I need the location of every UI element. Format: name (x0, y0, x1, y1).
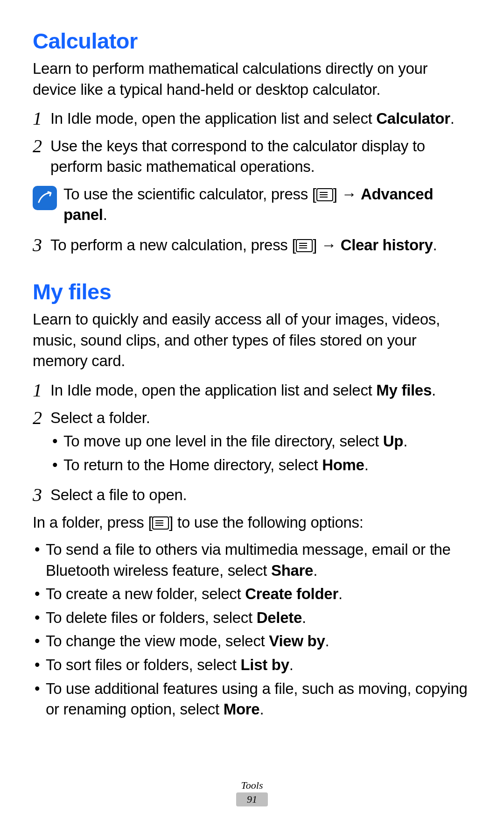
calculator-heading: Calculator (33, 28, 471, 54)
mf-step-2: 2 Select a folder. To move up one level … (33, 408, 471, 479)
opt-pre: To sort files or folders, select (46, 656, 240, 673)
option-item: To sort files or folders, select List by… (33, 655, 471, 676)
sub-item: To return to the Home directory, select … (50, 455, 471, 476)
myfiles-steps: 1 In Idle mode, open the application lis… (33, 380, 471, 506)
post-pre: In a folder, press [ (33, 514, 152, 531)
step-number: 2 (33, 409, 50, 427)
opt-pre: To send a file to others via multimedia … (46, 541, 451, 579)
calculator-steps-cont: 3 To perform a new calculation, press []… (33, 235, 471, 256)
step-text: In Idle mode, open the application list … (50, 108, 471, 129)
sub-post: . (403, 432, 407, 450)
opt-bold: List by (240, 656, 289, 673)
calculator-note: To use the scientific calculator, press … (33, 184, 471, 226)
step-text-post: . (450, 110, 455, 127)
page-footer: Tools 91 (0, 779, 504, 806)
step-text-bold: Calculator (376, 110, 450, 127)
calc-step-1: 1 In Idle mode, open the application lis… (33, 108, 471, 129)
calc-step-2: 2 Use the keys that correspond to the ca… (33, 136, 471, 177)
step-number: 3 (33, 486, 50, 504)
step-post: . (432, 382, 436, 399)
step-text-pre: In Idle mode, open the application list … (50, 110, 376, 127)
step-number: 1 (33, 109, 50, 128)
myfiles-options: To send a file to others via multimedia … (33, 539, 471, 720)
note-post: . (103, 206, 107, 223)
opt-bold: View by (269, 632, 325, 650)
mf-step-2-sub: To move up one level in the file directo… (50, 431, 471, 475)
opt-bold: Create folder (245, 585, 338, 602)
calculator-steps: 1 In Idle mode, open the application lis… (33, 108, 471, 177)
sub-pre: To move up one level in the file directo… (63, 432, 383, 450)
mf-step-1: 1 In Idle mode, open the application lis… (33, 380, 471, 401)
step-number: 1 (33, 381, 50, 400)
section-gap (33, 262, 471, 279)
step-bold: Clear history (341, 236, 433, 254)
sub-bold: Home (322, 456, 364, 474)
manual-page: Calculator Learn to perform mathematical… (0, 0, 504, 827)
step-text: Use the keys that correspond to the calc… (50, 136, 471, 177)
note-mid: ] → (333, 185, 361, 203)
step-main: Select a folder. (50, 409, 150, 426)
option-item: To use additional features using a file,… (33, 679, 471, 720)
opt-post: . (289, 656, 294, 673)
myfiles-intro: Learn to quickly and easily access all o… (33, 309, 471, 372)
menu-icon (316, 186, 333, 199)
sub-pre: To return to the Home directory, select (63, 456, 322, 474)
opt-bold: Share (271, 562, 313, 579)
post-post: ] to use the following options: (169, 514, 363, 531)
step-number: 2 (33, 137, 50, 156)
opt-post: . (259, 700, 264, 718)
note-text: To use the scientific calculator, press … (63, 184, 471, 226)
step-text: To perform a new calculation, press [] →… (50, 235, 471, 256)
calc-step-3: 3 To perform a new calculation, press []… (33, 235, 471, 256)
opt-post: . (325, 632, 329, 650)
sub-bold: Up (383, 432, 403, 450)
note-icon-wrap (33, 186, 57, 210)
step-pre: To perform a new calculation, press [ (50, 236, 296, 254)
footer-page-number: 91 (236, 792, 268, 806)
opt-post: . (338, 585, 343, 602)
opt-pre: To create a new folder, select (46, 585, 245, 602)
step-text: Select a file to open. (50, 485, 471, 506)
step-number: 3 (33, 236, 50, 254)
opt-bold: More (224, 700, 260, 718)
calculator-intro: Learn to perform mathematical calculatio… (33, 58, 471, 100)
menu-icon (152, 514, 169, 527)
option-item: To change the view mode, select View by. (33, 631, 471, 652)
option-item: To create a new folder, select Create fo… (33, 584, 471, 605)
footer-section-label: Tools (0, 779, 504, 792)
opt-bold: Delete (257, 609, 302, 626)
mf-step-3: 3 Select a file to open. (33, 485, 471, 506)
opt-pre: To change the view mode, select (46, 632, 269, 650)
menu-icon (296, 237, 313, 250)
opt-post: . (302, 609, 306, 626)
step-pre: In Idle mode, open the application list … (50, 382, 376, 399)
note-pre: To use the scientific calculator, press … (63, 185, 316, 203)
myfiles-after-steps: In a folder, press [] to use the followi… (33, 512, 471, 533)
sub-post: . (364, 456, 369, 474)
opt-post: . (313, 562, 317, 579)
note-icon (33, 186, 57, 210)
opt-pre: To delete files or folders, select (46, 609, 257, 626)
step-mid: ] → (313, 236, 340, 254)
option-item: To send a file to others via multimedia … (33, 539, 471, 581)
step-post: . (433, 236, 437, 254)
option-item: To delete files or folders, select Delet… (33, 608, 471, 629)
myfiles-heading: My files (33, 279, 471, 304)
sub-item: To move up one level in the file directo… (50, 431, 471, 452)
step-text: In Idle mode, open the application list … (50, 380, 471, 401)
step-bold: My files (376, 382, 432, 399)
step-text: Select a folder. To move up one level in… (50, 408, 471, 479)
